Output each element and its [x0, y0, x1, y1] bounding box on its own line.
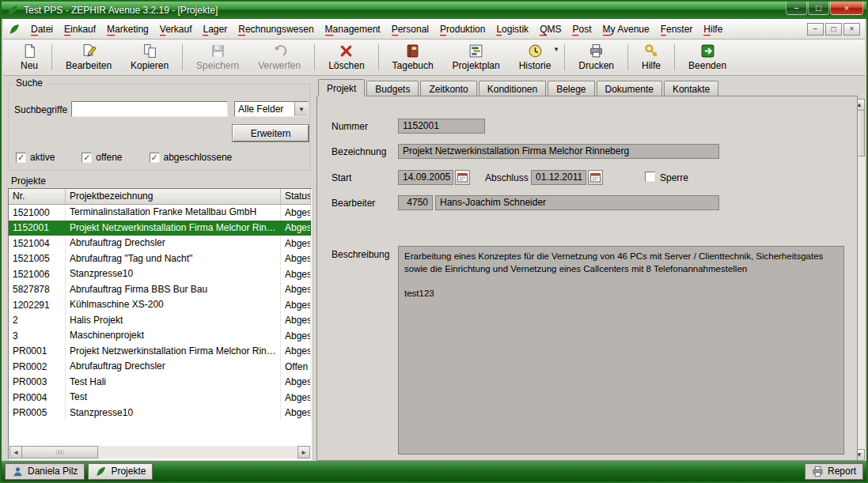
column-header-name[interactable]: Projektbezeichnung — [66, 189, 281, 204]
project-row[interactable]: 1521004Abrufauftrag DrechslerAbgeschloss… — [9, 236, 311, 251]
toolbar-button-drucken[interactable]: Drucken — [570, 41, 622, 74]
tab-dokumente[interactable]: Dokumente — [597, 81, 662, 96]
project-row[interactable]: PR0003Test HaliAbgeschlossen — [9, 375, 311, 391]
project-row[interactable]: 5827878Abrufauftrag Firma BBS Bur BauAbg… — [9, 282, 311, 298]
project-row[interactable]: 3MaschinenprojektAbgeschlossen — [9, 328, 311, 344]
tab-belege[interactable]: Belege — [548, 81, 594, 96]
sperre-checkbox[interactable] — [645, 172, 655, 182]
abschluss-calendar-button[interactable] — [588, 170, 603, 185]
toolbar-button-neu[interactable]: Neu — [13, 41, 46, 74]
cell-nr: PR0005 — [9, 406, 66, 421]
cell-name: Halis Projekt — [66, 313, 281, 329]
column-header-status[interactable]: Status — [281, 189, 311, 204]
filter-aktive[interactable]: ✓aktive — [16, 152, 55, 163]
toolbar-button-loschen[interactable]: Löschen — [320, 41, 372, 74]
beschreibung-textarea[interactable]: Erarbeitung eines Konzeptes für die Vern… — [398, 246, 844, 455]
project-row[interactable]: PR0004TestAbgeschlossen — [9, 390, 311, 406]
hscroll-thumb[interactable] — [22, 446, 98, 458]
close-button[interactable]: × — [830, 2, 863, 15]
tab-konditionen[interactable]: Konditionen — [479, 81, 546, 96]
project-row[interactable]: PR0005Stanzpresse10Abgeschlossen — [9, 406, 311, 421]
hscroll-track[interactable] — [98, 446, 298, 458]
toolbar-button-bearbeiten[interactable]: Bearbeiten — [58, 41, 119, 74]
bearbeiter-label: Bearbeiter — [332, 198, 375, 209]
mdi-restore-button[interactable]: □ — [825, 23, 842, 36]
menu-produktion[interactable]: Produktion — [434, 21, 491, 37]
minimize-button[interactable]: − — [786, 2, 807, 15]
menu-fenster[interactable]: Fenster — [655, 21, 699, 37]
project-row[interactable]: 2Halis ProjektAbgeschlossen — [9, 313, 311, 329]
maximize-button[interactable]: □ — [808, 2, 829, 15]
tab-projekt[interactable]: Projekt — [318, 79, 365, 96]
menu-hilfe[interactable]: Hilfe — [698, 21, 728, 37]
cell-status: Abgeschlossen — [281, 297, 311, 313]
toolbar-button-hilfe[interactable]: Hilfe — [634, 41, 669, 74]
new-document-icon — [22, 43, 37, 58]
tab-zeitkonto[interactable]: Zeitkonto — [420, 81, 476, 96]
toolbar-button-tagebuch[interactable]: Tagebuch — [385, 41, 442, 74]
project-row[interactable]: 1521000Terminalinstallation Franke Metal… — [9, 205, 311, 221]
app-window: Test PPS - ZEPHIR Avenue 3.2.19 - [Proje… — [0, 0, 868, 483]
expand-button[interactable]: Erweitern — [233, 125, 309, 142]
toolbar-button-kopieren[interactable]: Kopieren — [123, 41, 176, 74]
field-select[interactable]: Alle Felder ▼ — [234, 101, 309, 117]
toolbar-separator — [627, 44, 628, 70]
project-row[interactable]: 1152001Projekt Netzwerkinstallation Firm… — [9, 221, 311, 236]
cell-nr: 3 — [9, 328, 66, 344]
cell-status: Abgeschlossen — [281, 344, 311, 360]
toolbar-separator — [564, 44, 565, 70]
nummer-field[interactable]: 1152001 — [398, 119, 485, 134]
cell-status: Offen — [281, 359, 311, 375]
toolbar-button-historie[interactable]: ▾Historie — [511, 41, 559, 74]
start-date-field[interactable]: 14.09.2005 — [398, 170, 453, 185]
checkbox-icon[interactable]: ✓ — [16, 153, 26, 163]
filter-abgeschlossene[interactable]: ✓abgeschlossene — [150, 152, 233, 163]
dropdown-arrow-icon[interactable]: ▾ — [555, 45, 559, 53]
start-calendar-button[interactable] — [455, 170, 470, 185]
statusbar-report[interactable]: Report — [805, 463, 863, 480]
menu-verkauf[interactable]: Verkauf — [154, 21, 198, 37]
project-row[interactable]: PR0002Abrufauftrag DrechslerOffen — [9, 359, 311, 375]
project-row[interactable]: 1521005Abrufauftrag "Tag und Nacht"Abges… — [9, 251, 311, 267]
project-row[interactable]: PR0001Projekt Netzwerkinstallation Firma… — [9, 344, 311, 360]
sperre-label: Sperre — [660, 172, 688, 183]
menu-post[interactable]: Post — [567, 21, 597, 37]
menu-marketing[interactable]: Marketing — [101, 21, 154, 37]
menu-personal[interactable]: Personal — [386, 21, 434, 37]
project-row[interactable]: 1202291Kühlmaschine XS-200Abgeschlossen — [9, 297, 311, 313]
cell-name: Abrufauftrag "Tag und Nacht" — [66, 251, 281, 267]
search-panel: Suche Suchbegriffe Alle Felder ▼ Erweite… — [8, 76, 313, 464]
cell-nr: 1521004 — [9, 236, 66, 251]
bezeichnung-field[interactable]: Projekt Netzwerkinstallation Firma Melch… — [398, 144, 719, 159]
filter-offene[interactable]: ✓offene — [81, 152, 122, 163]
report-label: Report — [828, 466, 856, 477]
tab-budgets[interactable]: Budgets — [366, 81, 419, 96]
chevron-down-icon[interactable]: ▼ — [294, 102, 308, 116]
statusbar-tab-projekte[interactable]: Projekte — [88, 463, 153, 480]
tab-kontakte[interactable]: Kontakte — [664, 81, 718, 96]
bearbeiter-name-field[interactable]: Hans-Joachim Schneider — [435, 195, 719, 210]
checkbox-icon[interactable]: ✓ — [150, 153, 160, 163]
menu-my-avenue[interactable]: My Avenue — [597, 21, 655, 37]
mdi-minimize-button[interactable]: − — [807, 23, 824, 36]
menu-rechnungswesen[interactable]: Rechnungswesen — [233, 21, 319, 37]
toolbar-button-beenden[interactable]: Beenden — [680, 41, 734, 74]
scroll-right-button[interactable]: ► — [298, 446, 310, 458]
menu-datei[interactable]: Datei — [25, 21, 59, 37]
checkbox-icon[interactable]: ✓ — [81, 153, 92, 163]
column-header-nr[interactable]: Nr. — [9, 189, 66, 204]
menu-qms[interactable]: QMS — [534, 21, 567, 37]
mdi-close-button[interactable]: × — [843, 23, 860, 36]
scroll-left-button[interactable]: ◄ — [9, 446, 22, 458]
toolbar-button-label: Drucken — [578, 60, 614, 71]
menu-einkauf[interactable]: Einkauf — [59, 21, 101, 37]
abschluss-date-field[interactable]: 01.12.2011 — [531, 170, 586, 185]
search-input[interactable] — [71, 101, 228, 117]
horizontal-scrollbar[interactable]: ◄ ► — [9, 446, 310, 458]
toolbar-button-projektplan[interactable]: Projektplan — [445, 41, 508, 74]
menu-lager[interactable]: Lager — [197, 21, 233, 37]
bearbeiter-nr-field[interactable]: 4750 — [398, 195, 433, 210]
menu-management[interactable]: Management — [320, 21, 386, 37]
project-row[interactable]: 1521006Stanzpresse10Abgeschlossen — [9, 266, 311, 282]
menu-logistik[interactable]: Logistik — [491, 21, 534, 37]
